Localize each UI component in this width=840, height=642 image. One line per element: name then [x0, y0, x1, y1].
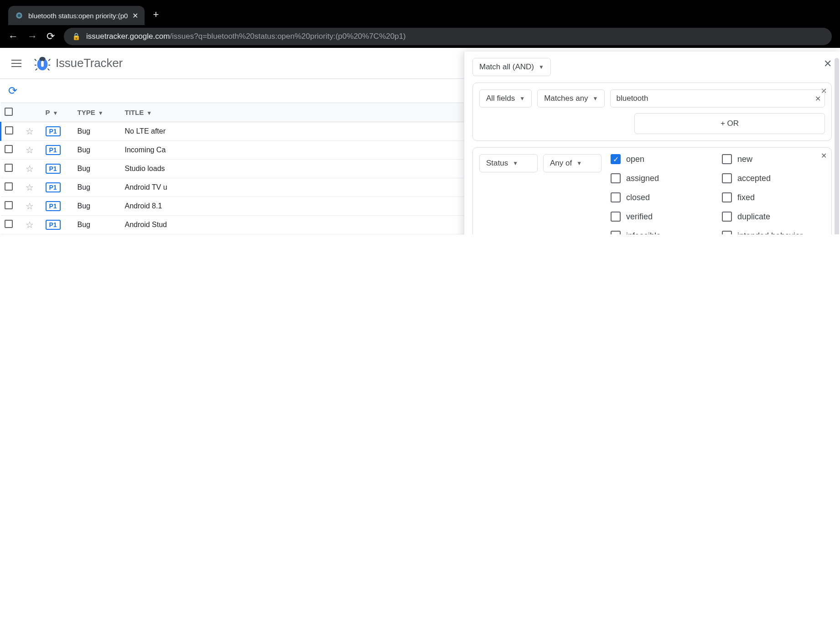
checkbox-icon — [722, 154, 732, 164]
checkbox-option[interactable]: verified — [611, 212, 714, 222]
tab-bar: bluetooth status:open priority:(p0 ✕ + — [0, 0, 840, 25]
checkbox-icon — [722, 212, 732, 222]
checkbox-icon — [611, 173, 621, 183]
search-builder-panel: ✕ Match all (AND) ▼ ✕ All fields ▼ Match… — [464, 52, 840, 234]
col-title[interactable]: TITLE — [125, 109, 144, 116]
url-host: issuetracker.google.com — [86, 32, 170, 41]
chevron-down-icon[interactable]: ▼ — [98, 110, 104, 116]
operator-dropdown[interactable]: Any of ▼ — [543, 154, 601, 172]
svg-line-6 — [48, 59, 50, 61]
remove-filter-button[interactable]: ✕ — [821, 151, 827, 160]
checkbox-icon — [611, 231, 621, 234]
bug-favicon — [15, 11, 24, 20]
menu-button[interactable] — [7, 54, 26, 72]
priority-badge: P1 — [46, 126, 61, 136]
url-path: /issues?q=bluetooth%20status:open%20prio… — [170, 32, 405, 41]
star-icon[interactable]: ☆ — [26, 145, 34, 155]
match-mode-dropdown[interactable]: Match all (AND) ▼ — [472, 58, 551, 76]
bug-logo-icon — [34, 55, 51, 72]
checkbox-label: intended behavior.. — [737, 231, 807, 235]
checkbox-option[interactable]: ✓open — [611, 154, 714, 164]
search-value-input[interactable]: bluetooth ✕ — [610, 89, 825, 108]
checkbox-icon — [611, 192, 621, 202]
scrollbar[interactable] — [835, 58, 839, 234]
star-icon[interactable]: ☆ — [26, 201, 34, 211]
checkbox-label: fixed — [737, 193, 755, 202]
url-bar-row: ← → ⟳ 🔒 issuetracker.google.com/issues?q… — [0, 25, 840, 48]
checkbox-label: assigned — [626, 174, 659, 183]
status-options: ✓opennewassignedacceptedclosedfixedverif… — [611, 154, 825, 234]
close-panel-button[interactable]: ✕ — [824, 58, 832, 70]
checkbox-option[interactable]: fixed — [722, 192, 825, 202]
filter-block-status: ✕ Status ▼ Any of ▼ ✓opennewassignedacce… — [472, 147, 832, 234]
chevron-down-icon[interactable]: ▼ — [53, 110, 58, 116]
app-logo[interactable]: IssueTracker — [34, 55, 123, 72]
checkbox-label: duplicate — [737, 212, 770, 222]
chevron-down-icon: ▼ — [593, 95, 598, 102]
or-label: + OR — [721, 119, 739, 128]
checkbox-icon — [722, 173, 732, 183]
url-bar[interactable]: 🔒 issuetracker.google.com/issues?q=bluet… — [64, 28, 832, 45]
search-value-text: bluetooth — [616, 94, 648, 103]
new-tab-button[interactable]: + — [153, 9, 159, 21]
type-cell: Bug — [74, 216, 121, 234]
star-icon[interactable]: ☆ — [26, 182, 34, 192]
checkbox-option[interactable]: duplicate — [722, 212, 825, 222]
forward-button[interactable]: → — [27, 31, 37, 42]
checkbox-label: accepted — [737, 174, 771, 183]
field-dropdown[interactable]: All fields ▼ — [479, 89, 532, 108]
clear-input-button[interactable]: ✕ — [815, 94, 821, 103]
app-title: IssueTracker — [56, 56, 123, 70]
priority-badge: P1 — [46, 201, 61, 211]
checkbox-option[interactable]: accepted — [722, 173, 825, 183]
type-cell: Bug — [74, 197, 121, 216]
content-area: ⟳ P▼ TYPE▼ TITLE▼ ☆ P1 Bug No LTE after … — [0, 79, 840, 234]
col-type[interactable]: TYPE — [78, 109, 95, 116]
add-or-button[interactable]: + OR — [634, 113, 825, 134]
checkbox-option[interactable]: infeasible — [611, 231, 714, 234]
chevron-down-icon: ▼ — [539, 64, 544, 70]
field-label: All fields — [486, 94, 515, 103]
browser-tab[interactable]: bluetooth status:open priority:(p0 ✕ — [8, 6, 145, 25]
checkbox-option[interactable]: intended behavior.. — [722, 231, 825, 234]
refresh-button[interactable]: ⟳ — [8, 84, 17, 97]
row-checkbox[interactable] — [5, 182, 13, 191]
field-dropdown[interactable]: Status ▼ — [479, 154, 538, 172]
chevron-down-icon[interactable]: ▼ — [146, 110, 152, 116]
back-button[interactable]: ← — [8, 31, 18, 42]
priority-badge: P1 — [46, 220, 61, 230]
svg-rect-4 — [41, 61, 44, 67]
checkbox-label: open — [626, 155, 644, 164]
row-checkbox[interactable] — [5, 164, 13, 172]
filter-block-text: ✕ All fields ▼ Matches any ▼ bluetooth ✕… — [472, 83, 832, 141]
operator-dropdown[interactable]: Matches any ▼ — [537, 89, 605, 108]
checkbox-option[interactable]: closed — [611, 192, 714, 202]
checkbox-icon — [611, 212, 621, 222]
star-icon[interactable]: ☆ — [26, 220, 34, 230]
svg-point-1 — [18, 14, 21, 17]
type-cell: Bug — [74, 160, 121, 178]
svg-line-10 — [47, 68, 49, 70]
select-all-checkbox[interactable] — [5, 108, 13, 116]
lock-icon: 🔒 — [72, 32, 81, 41]
checkbox-label: verified — [626, 212, 653, 222]
close-icon[interactable]: ✕ — [132, 11, 138, 20]
row-checkbox[interactable] — [5, 126, 13, 135]
row-checkbox[interactable] — [5, 201, 13, 209]
checkbox-option[interactable]: new — [722, 154, 825, 164]
checkbox-option[interactable]: assigned — [611, 173, 714, 183]
chevron-down-icon: ▼ — [519, 95, 525, 102]
match-mode-label: Match all (AND) — [479, 62, 534, 72]
checkbox-icon: ✓ — [611, 154, 621, 164]
type-cell: Bug — [74, 122, 121, 141]
col-priority[interactable]: P — [46, 109, 50, 116]
operator-label: Matches any — [544, 94, 588, 103]
reload-button[interactable]: ⟳ — [47, 31, 55, 42]
star-icon[interactable]: ☆ — [26, 126, 34, 136]
priority-badge: P1 — [46, 164, 61, 174]
row-checkbox[interactable] — [5, 145, 13, 153]
row-checkbox[interactable] — [5, 220, 13, 228]
svg-line-9 — [36, 68, 37, 70]
star-icon[interactable]: ☆ — [26, 164, 34, 174]
svg-point-3 — [39, 57, 45, 61]
